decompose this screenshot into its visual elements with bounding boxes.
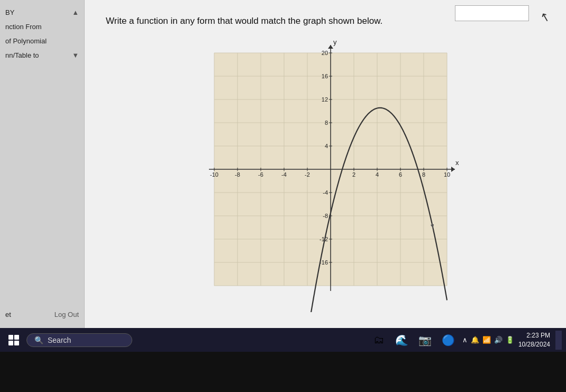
sidebar-item-nction-from[interactable]: nction From [0, 20, 84, 34]
win-cell-2 [14, 335, 19, 340]
main-content: ↖ Write a function in any form that woul… [85, 0, 566, 328]
windows-logo [8, 335, 19, 345]
graph-container [106, 37, 545, 312]
sidebar-arrow-table: ▼ [72, 51, 79, 59]
photos-app[interactable]: 📷 [415, 330, 436, 351]
sidebar-arrow-by: ▲ [72, 8, 79, 16]
screen: BY ▲ nction From of Polynomial nn/Table … [0, 0, 566, 328]
clock-time: 2:23 PM [518, 331, 550, 340]
chrome-app[interactable]: 🔵 [438, 330, 459, 351]
edge-app[interactable]: 🌊 [391, 330, 413, 351]
search-bar[interactable]: 🔍 Search [26, 333, 132, 347]
sidebar-label-by: BY [5, 8, 14, 16]
battery-icon[interactable]: 🔋 [506, 336, 514, 344]
bottom-strip [0, 352, 566, 392]
notification-icon[interactable]: 🔔 [471, 336, 479, 344]
volume-icon[interactable]: 🔊 [494, 336, 503, 344]
taskbar-apps: 🗂 🌊 📷 🔵 [368, 330, 459, 351]
chevron-up-icon[interactable]: ∧ [462, 336, 468, 344]
show-desktop-button[interactable] [555, 331, 562, 350]
graph-wrapper [188, 37, 463, 312]
clock[interactable]: 2:23 PM 10/28/2024 [518, 331, 550, 349]
sidebar-item-by[interactable]: BY ▲ [0, 5, 84, 20]
start-button[interactable] [4, 331, 23, 350]
taskbar-right: ∧ 🔔 📶 🔊 🔋 2:23 PM 10/28/2024 [462, 331, 562, 350]
win-cell-4 [14, 341, 19, 345]
sidebar: BY ▲ nction From of Polynomial nn/Table … [0, 0, 85, 328]
search-label: Search [48, 336, 71, 344]
sidebar-item-polynomial[interactable]: of Polynomial [0, 34, 84, 48]
sidebar-bottom: et Log Out [0, 306, 84, 323]
win-cell-1 [8, 335, 13, 340]
cursor-icon: ↖ [539, 10, 552, 25]
system-icons: ∧ 🔔 📶 🔊 🔋 [462, 336, 514, 344]
file-explorer-app[interactable]: 🗂 [368, 330, 389, 351]
answer-input[interactable] [455, 5, 529, 21]
log-out-button[interactable]: Log Out [54, 311, 79, 318]
win-cell-3 [8, 341, 13, 345]
sidebar-label-polynomial: of Polynomial [5, 37, 47, 45]
sidebar-label-table: nn/Table to [5, 51, 39, 59]
clock-date: 10/28/2024 [518, 340, 550, 349]
graph-canvas [188, 37, 463, 312]
wifi-icon[interactable]: 📶 [482, 336, 491, 344]
taskbar: 🔍 Search 🗂 🌊 📷 🔵 ∧ 🔔 📶 🔊 🔋 2:23 PM 10/28… [0, 328, 566, 352]
search-icon: 🔍 [34, 336, 43, 344]
sidebar-label-nction: nction From [5, 23, 42, 31]
sidebar-item-table[interactable]: nn/Table to ▼ [0, 48, 84, 62]
sidebar-bottom-left: et [5, 311, 11, 318]
